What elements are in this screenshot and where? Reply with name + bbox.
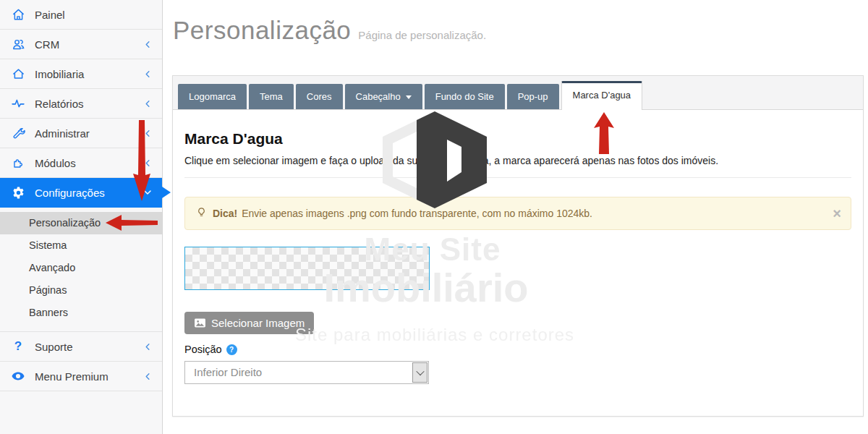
sidebar-item-relatorios[interactable]: Relatórios bbox=[0, 89, 162, 119]
close-icon[interactable]: × bbox=[833, 206, 841, 221]
submenu-item-banners[interactable]: Banners bbox=[0, 302, 162, 324]
chevron-left-icon bbox=[144, 129, 152, 137]
tab-strip: Logomarca Tema Cores Cabeçalho Fundo do … bbox=[173, 76, 863, 110]
sidebar-item-painel[interactable]: Painel bbox=[0, 0, 162, 30]
submenu-item-label: Banners bbox=[29, 307, 68, 318]
tip-alert: Dica! Envie apenas imagens .png com fund… bbox=[184, 197, 851, 230]
sidebar-main-menu: Painel CRM Imobiliaria Relatórios bbox=[0, 0, 162, 208]
position-select[interactable]: Inferior Direito bbox=[184, 361, 429, 384]
sidebar-item-label: Menu Premium bbox=[35, 370, 135, 383]
tab-label: Logomarca bbox=[189, 91, 236, 102]
sidebar-item-label: Painel bbox=[35, 9, 152, 21]
sidebar-item-administrar[interactable]: Administrar bbox=[0, 119, 162, 148]
admin-app: { "page": { "title": "Personalização", "… bbox=[0, 0, 868, 434]
page-subtitle: Página de personalização. bbox=[358, 29, 486, 41]
submenu-item-paginas[interactable]: Páginas bbox=[0, 279, 162, 302]
sidebar-item-modulos[interactable]: Módulos bbox=[0, 148, 162, 178]
tab-label: Pop-up bbox=[518, 91, 548, 102]
sidebar-item-label: Relatórios bbox=[35, 98, 135, 110]
submenu-item-avancado[interactable]: Avançado bbox=[0, 257, 162, 279]
sidebar-item-label: Imobiliaria bbox=[35, 68, 135, 80]
help-icon[interactable]: ? bbox=[226, 344, 237, 355]
section-description: Clique em selecionar imagem e faça o upl… bbox=[184, 155, 851, 166]
chevron-down-icon bbox=[143, 188, 152, 197]
chevron-left-icon bbox=[144, 41, 152, 48]
users-icon bbox=[11, 37, 25, 51]
submenu-item-label: Sistema bbox=[29, 239, 67, 251]
tab-popup[interactable]: Pop-up bbox=[507, 84, 559, 109]
home-icon bbox=[11, 7, 25, 22]
submenu-item-label: Páginas bbox=[29, 284, 67, 296]
tab-label: Cabeçalho bbox=[356, 91, 401, 102]
submenu-item-label: Personalização bbox=[29, 217, 101, 229]
tab-label: Fundo do Site bbox=[435, 91, 494, 102]
tip-text: Dica! Envie apenas imagens .png com fund… bbox=[213, 208, 592, 219]
sidebar-item-crm[interactable]: CRM bbox=[0, 30, 162, 59]
select-image-button[interactable]: Selecionar Imagem bbox=[184, 312, 314, 334]
page-header: PersonalizaçãoPágina de personalização. bbox=[163, 0, 868, 45]
sidebar-footer-menu: ? Suporte Menu Premium bbox=[0, 332, 162, 391]
tab-cores[interactable]: Cores bbox=[296, 84, 343, 109]
chevron-down-icon bbox=[416, 367, 424, 375]
question-icon: ? bbox=[11, 339, 25, 354]
tab-label: Tema bbox=[260, 91, 283, 102]
personalization-panel: Logomarca Tema Cores Cabeçalho Fundo do … bbox=[172, 75, 864, 417]
tab-logomarca[interactable]: Logomarca bbox=[178, 84, 247, 109]
divider bbox=[184, 177, 851, 178]
position-select-value: Inferior Direito bbox=[185, 362, 428, 383]
caret-down-icon bbox=[406, 95, 412, 99]
image-icon bbox=[194, 318, 206, 328]
position-label: Posição bbox=[184, 344, 222, 355]
pulse-icon bbox=[11, 96, 25, 111]
sidebar-item-imobiliaria[interactable]: Imobiliaria bbox=[0, 59, 162, 89]
watermark-tab-content: Marca D'agua Clique em selecionar imagem… bbox=[173, 110, 863, 399]
tab-label: Marca D'agua bbox=[573, 90, 631, 101]
tab-label: Cores bbox=[307, 91, 332, 102]
sidebar-submenu-configuracoes: Personalização Sistema Avançado Páginas … bbox=[0, 208, 162, 332]
chevron-left-icon bbox=[144, 159, 152, 167]
tip-label: Dica! bbox=[213, 208, 237, 219]
main-area: PersonalizaçãoPágina de personalização. … bbox=[163, 0, 868, 434]
tab-fundo-do-site[interactable]: Fundo do Site bbox=[425, 84, 505, 109]
eye-icon bbox=[11, 369, 25, 383]
wrench-icon bbox=[11, 126, 25, 140]
chevron-left-icon bbox=[144, 100, 152, 108]
sidebar-item-configuracoes[interactable]: Configurações bbox=[0, 178, 162, 208]
sidebar-item-label: Administrar bbox=[35, 127, 135, 140]
position-row: Posição ? bbox=[184, 344, 851, 355]
tab-marca-dagua[interactable]: Marca D'agua bbox=[561, 81, 643, 110]
chevron-left-icon bbox=[144, 373, 152, 380]
watermark-transparent-preview bbox=[184, 247, 430, 290]
sidebar-item-label: Suporte bbox=[35, 341, 135, 353]
page-title: Personalização bbox=[173, 16, 351, 44]
gear-icon bbox=[11, 185, 25, 200]
sidebar-item-label: CRM bbox=[35, 38, 135, 51]
sidebar-item-menu-premium[interactable]: Menu Premium bbox=[0, 362, 162, 391]
section-heading: Marca D'agua bbox=[184, 130, 851, 148]
tab-tema[interactable]: Tema bbox=[249, 84, 294, 109]
house-icon bbox=[11, 67, 25, 81]
select-image-button-label: Selecionar Imagem bbox=[211, 317, 305, 329]
submenu-item-personalizacao[interactable]: Personalização bbox=[0, 212, 162, 234]
tab-cabecalho[interactable]: Cabeçalho bbox=[345, 84, 422, 109]
chevron-left-icon bbox=[144, 70, 152, 78]
sidebar-item-label: Módulos bbox=[35, 157, 135, 169]
select-arrow-button[interactable] bbox=[412, 362, 427, 383]
sidebar: Painel CRM Imobiliaria Relatórios bbox=[0, 0, 163, 434]
puzzle-icon bbox=[11, 156, 25, 170]
sidebar-item-label: Configurações bbox=[35, 187, 134, 199]
sidebar-item-suporte[interactable]: ? Suporte bbox=[0, 332, 162, 362]
lightbulb-icon bbox=[196, 207, 207, 220]
chevron-left-icon bbox=[144, 343, 152, 351]
submenu-item-sistema[interactable]: Sistema bbox=[0, 234, 162, 257]
submenu-item-label: Avançado bbox=[29, 262, 75, 273]
